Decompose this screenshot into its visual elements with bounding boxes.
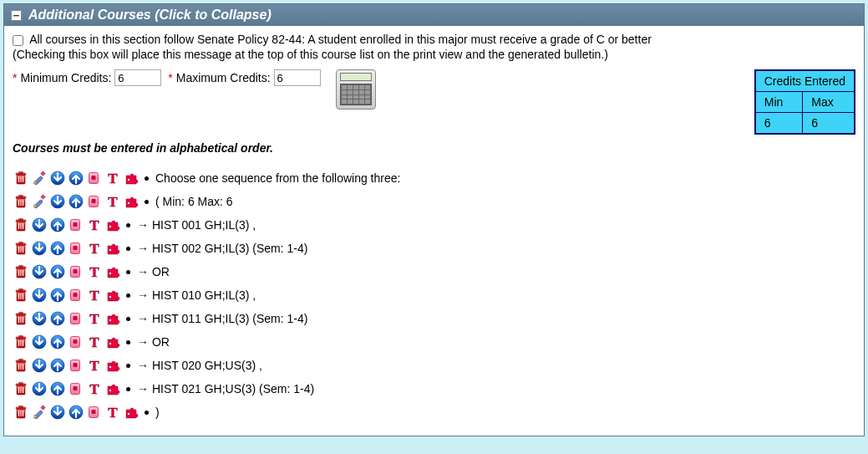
course-rows: Choose one sequence from the following t…: [13, 166, 855, 424]
row-text: → OR: [137, 330, 170, 354]
copy-icon[interactable]: [68, 310, 84, 327]
bullet-icon: [145, 176, 149, 181]
row-text: → OR: [137, 260, 170, 283]
arrow-down-icon[interactable]: [31, 357, 48, 374]
arrow-up-icon[interactable]: [49, 310, 66, 327]
puzzle-icon[interactable]: [123, 193, 140, 210]
row-text: ): [155, 400, 160, 424]
max-credits-group: * Maximum Credits:: [168, 69, 320, 86]
arrow-up-icon[interactable]: [49, 380, 66, 397]
pencil-icon[interactable]: [31, 170, 48, 186]
arrow-down-icon[interactable]: [49, 170, 66, 186]
text-t-icon[interactable]: [104, 170, 121, 186]
row-toolbar: [13, 193, 140, 210]
pencil-icon[interactable]: [31, 193, 48, 210]
arrow-down-icon[interactable]: [49, 193, 66, 210]
trash-icon[interactable]: [13, 310, 29, 327]
puzzle-icon[interactable]: [123, 404, 140, 421]
puzzle-icon[interactable]: [104, 287, 121, 304]
text-t-icon[interactable]: [104, 193, 121, 210]
puzzle-icon[interactable]: [104, 357, 121, 374]
copy-icon[interactable]: [86, 404, 103, 421]
max-credits-input[interactable]: [274, 69, 321, 86]
arrow-up-icon[interactable]: [68, 170, 84, 186]
puzzle-icon[interactable]: [104, 240, 121, 257]
min-credits-input[interactable]: [114, 69, 161, 86]
row-text: → HIST 020 GH;US(3) ,: [137, 354, 262, 377]
row-toolbar: [13, 404, 140, 421]
course-row: → HIST 011 GH;IL(3) (Sem: 1-4): [13, 307, 855, 330]
trash-icon[interactable]: [13, 287, 29, 304]
arrow-down-icon[interactable]: [31, 217, 48, 233]
row-toolbar: [13, 170, 140, 186]
puzzle-icon[interactable]: [104, 310, 121, 327]
text-t-icon[interactable]: [86, 357, 103, 374]
course-row: ( Min: 6 Max: 6: [13, 190, 855, 213]
alpha-order-note: Courses must be entered in alphabetical …: [13, 141, 855, 155]
policy-checkbox[interactable]: [13, 35, 23, 46]
row-text: → HIST 010 GH;IL(3) ,: [137, 283, 256, 307]
row-toolbar: [13, 357, 121, 374]
puzzle-icon[interactable]: [104, 334, 121, 350]
text-t-icon[interactable]: [86, 380, 103, 397]
puzzle-icon[interactable]: [104, 217, 121, 233]
course-row: → HIST 021 GH;US(3) (Sem: 1-4): [13, 377, 855, 400]
trash-icon[interactable]: [13, 357, 29, 374]
arrow-down-icon[interactable]: [31, 334, 48, 350]
arrow-down-icon[interactable]: [31, 287, 48, 304]
arrow-up-icon[interactable]: [49, 334, 66, 350]
text-t-icon[interactable]: [104, 404, 121, 421]
arrow-up-icon[interactable]: [49, 357, 66, 374]
summary-max-header: Max: [803, 92, 855, 113]
copy-icon[interactable]: [68, 357, 84, 374]
text-t-icon[interactable]: [86, 263, 103, 280]
puzzle-icon[interactable]: [123, 170, 140, 186]
panel-title: Additional Courses (Click to Collapse): [28, 8, 272, 23]
trash-icon[interactable]: [13, 263, 29, 280]
arrow-up-icon[interactable]: [68, 193, 84, 210]
arrow-up-icon[interactable]: [49, 287, 66, 304]
trash-icon[interactable]: [13, 380, 29, 397]
copy-icon[interactable]: [68, 263, 84, 280]
text-t-icon[interactable]: [86, 310, 103, 327]
trash-icon[interactable]: [13, 334, 29, 350]
panel-header[interactable]: − Additional Courses (Click to Collapse): [4, 4, 864, 26]
text-t-icon[interactable]: [86, 287, 103, 304]
trash-icon[interactable]: [13, 240, 29, 257]
bullet-icon: [126, 340, 130, 344]
row-toolbar: [13, 217, 121, 233]
row-text: Choose one sequence from the following t…: [155, 166, 400, 190]
trash-icon[interactable]: [13, 193, 29, 210]
arrow-up-icon[interactable]: [49, 263, 66, 280]
bullet-icon: [145, 411, 149, 415]
row-toolbar: [13, 380, 121, 397]
text-t-icon[interactable]: [86, 334, 103, 350]
copy-icon[interactable]: [68, 380, 84, 397]
arrow-up-icon[interactable]: [49, 240, 66, 257]
trash-icon[interactable]: [13, 217, 29, 233]
copy-icon[interactable]: [68, 217, 84, 233]
trash-icon[interactable]: [13, 404, 29, 421]
copy-icon[interactable]: [68, 334, 84, 350]
copy-icon[interactable]: [68, 287, 84, 304]
arrow-down-icon[interactable]: [31, 380, 48, 397]
arrow-up-icon[interactable]: [68, 404, 84, 421]
pencil-icon[interactable]: [31, 404, 48, 421]
arrow-down-icon[interactable]: [49, 404, 66, 421]
arrow-down-icon[interactable]: [31, 310, 48, 327]
puzzle-icon[interactable]: [104, 263, 121, 280]
calculator-icon[interactable]: [336, 69, 376, 110]
collapse-icon[interactable]: −: [11, 10, 22, 21]
arrow-down-icon[interactable]: [31, 263, 48, 280]
puzzle-icon[interactable]: [104, 380, 121, 397]
arrow-down-icon[interactable]: [31, 240, 48, 257]
copy-icon[interactable]: [86, 170, 103, 186]
copy-icon[interactable]: [86, 193, 103, 210]
text-t-icon[interactable]: [86, 240, 103, 257]
bullet-icon: [126, 223, 130, 227]
arrow-up-icon[interactable]: [49, 217, 66, 233]
trash-icon[interactable]: [13, 170, 29, 186]
copy-icon[interactable]: [68, 240, 84, 257]
row-text: → HIST 011 GH;IL(3) (Sem: 1-4): [137, 307, 307, 330]
text-t-icon[interactable]: [86, 217, 103, 233]
